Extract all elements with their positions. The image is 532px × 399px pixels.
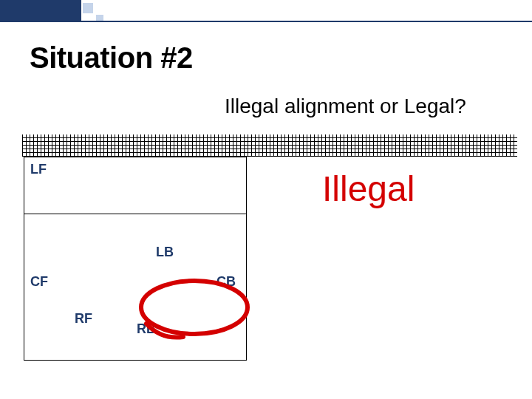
accent-square [83, 3, 93, 13]
corner-accent [0, 0, 81, 22]
top-rule [0, 21, 532, 22]
position-rf: RF [75, 311, 92, 327]
position-lb: LB [156, 245, 174, 260]
verdict-label: Illegal [322, 168, 415, 209]
position-cf: CF [30, 274, 48, 290]
attack-line [24, 214, 246, 214]
slide-subtitle: Illegal alignment or Legal? [225, 95, 466, 118]
court-box: LF LB CF CB RF RB [24, 157, 247, 361]
position-cb: CB [216, 274, 236, 290]
position-lf: LF [30, 162, 47, 177]
slide-title: Situation #2 [30, 41, 193, 75]
net-hatch-band [22, 134, 517, 157]
position-rb: RB [137, 321, 156, 337]
